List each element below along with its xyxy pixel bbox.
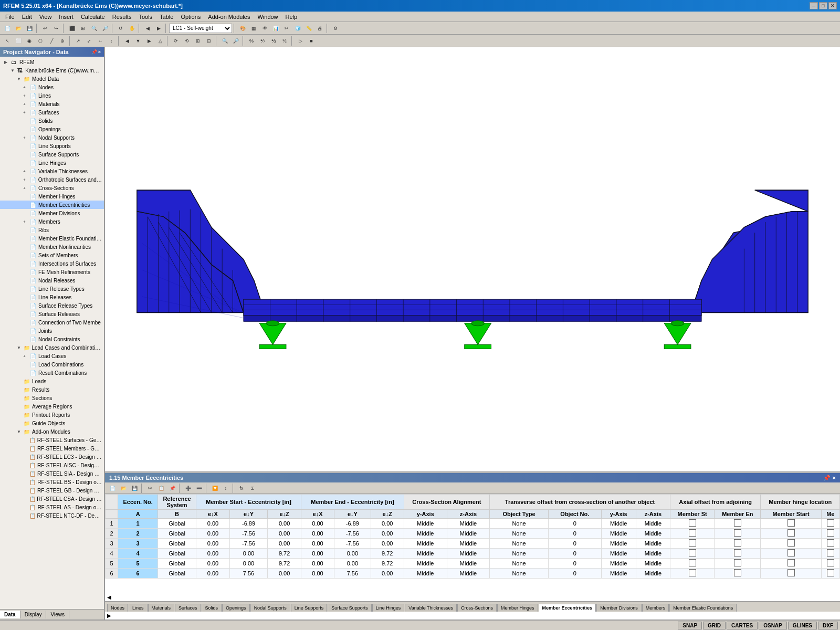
window-controls[interactable]: ─ □ ✕ — [810, 2, 837, 9]
tree-item[interactable]: 📄Ribs — [0, 226, 104, 234]
tb-pan[interactable]: ✋ — [127, 23, 137, 34]
tb2-24[interactable]: ½ — [279, 36, 290, 46]
tb2-3[interactable]: ◉ — [24, 36, 35, 46]
cell-e[interactable]: 0.00 — [267, 539, 301, 549]
tabs-scroll-left[interactable]: ◀ — [105, 593, 840, 601]
tree-item[interactable]: 📄Intersections of Surfaces — [0, 259, 104, 268]
status-cartes[interactable]: CARTES — [727, 622, 758, 629]
nav-pin[interactable]: 📌 — [91, 49, 97, 55]
tree-item[interactable]: 📄Line Releases — [0, 293, 104, 301]
checkbox-q[interactable] — [788, 529, 795, 537]
cell-r[interactable] — [821, 569, 839, 579]
status-dxf[interactable]: DXF — [818, 622, 838, 629]
tab-surface-supports[interactable]: Surface Supports — [328, 604, 372, 612]
table-row[interactable]: 3 3 Global 0.00 -7.56 0.00 0.00 -7.56 0.… — [106, 539, 840, 549]
th-b[interactable]: ReferenceSystem — [158, 495, 196, 510]
cell-l[interactable]: 0 — [549, 529, 602, 539]
cell-c[interactable]: 0.00 — [196, 539, 229, 549]
cell-o[interactable] — [670, 569, 714, 579]
cell-f[interactable]: 0.00 — [301, 549, 334, 559]
cell-l[interactable]: 0 — [549, 539, 602, 549]
th-m[interactable]: y-Axis — [601, 510, 636, 519]
tab-member-elastic-foundations[interactable]: Member Elastic Foundations — [669, 604, 737, 612]
cell-k[interactable]: None — [490, 539, 549, 549]
table-row[interactable]: 2 2 Global 0.00 -7.56 0.00 0.00 -7.56 0.… — [106, 529, 840, 539]
tab-nodes[interactable]: Nodes — [107, 604, 128, 612]
checkbox-p[interactable] — [734, 559, 741, 566]
nav-close[interactable]: × — [98, 49, 101, 55]
cell-p[interactable] — [715, 519, 761, 529]
cell-i[interactable]: Middle — [404, 529, 447, 539]
tree-item[interactable]: +📄Nodes — [0, 83, 104, 91]
cell-a[interactable]: 2 — [118, 529, 158, 539]
th-a2[interactable]: A — [118, 510, 158, 519]
tree-item[interactable]: ▼📁Add-on Modules — [0, 427, 104, 436]
nav-tab-data[interactable]: Data — [0, 611, 20, 618]
th-h[interactable]: e↓Z — [371, 510, 404, 519]
tree-item[interactable]: 📄Surface Release Types — [0, 301, 104, 310]
tree-item[interactable]: 📋RF-STEEL AISC - Design of s — [0, 461, 104, 469]
cell-p[interactable] — [715, 559, 761, 569]
checkbox-o[interactable] — [689, 559, 696, 566]
tree-item[interactable]: 📄Sets of Members — [0, 251, 104, 259]
status-osnap[interactable]: OSNAP — [759, 622, 787, 629]
cell-o[interactable] — [670, 519, 714, 529]
tree-item[interactable]: 📄Member Hinges — [0, 192, 104, 201]
tree-item[interactable]: +📄Materials — [0, 100, 104, 108]
tb-zoom-in[interactable]: 🔍 — [89, 23, 99, 34]
checkbox-q[interactable] — [788, 519, 795, 527]
cell-h[interactable]: 9.72 — [371, 559, 404, 569]
cell-e[interactable]: 9.72 — [267, 559, 301, 569]
cell-r[interactable] — [821, 529, 839, 539]
tree-item[interactable]: 📁Loads — [0, 377, 104, 385]
cell-m[interactable]: Middle — [601, 559, 636, 569]
cell-b[interactable]: Global — [158, 549, 196, 559]
th-b2[interactable]: B — [158, 510, 196, 519]
menu-help[interactable]: Help — [282, 13, 301, 21]
tb2-18[interactable]: ⊟ — [204, 36, 214, 46]
cell-g[interactable]: -7.56 — [334, 539, 371, 549]
tree-item[interactable]: 📄Load Combinations — [0, 360, 104, 369]
table-pin[interactable]: 📌 — [823, 475, 831, 481]
tt-copy[interactable]: 📋 — [156, 483, 166, 494]
tb2-14[interactable]: △ — [155, 36, 165, 46]
status-snap[interactable]: SNAP — [678, 622, 702, 629]
tab-member-hinges[interactable]: Member Hinges — [497, 604, 538, 612]
cell-j[interactable]: Middle — [447, 529, 489, 539]
menu-edit[interactable]: Edit — [19, 13, 35, 21]
tb2-20[interactable]: 🔎 — [230, 36, 241, 46]
th-p[interactable]: Member En — [715, 510, 761, 519]
cell-k[interactable]: None — [490, 559, 549, 569]
menu-file[interactable]: File — [2, 13, 18, 21]
cell-j[interactable]: Middle — [447, 569, 489, 579]
th-a[interactable]: Eccen. No. — [118, 495, 158, 510]
tb-settings[interactable]: ⚙ — [330, 23, 341, 34]
cell-a[interactable]: 6 — [118, 569, 158, 579]
cell-p[interactable] — [715, 549, 761, 559]
tree-item[interactable]: 📄Member Elastic Foundation — [0, 234, 104, 243]
cell-j[interactable]: Middle — [447, 519, 489, 529]
cell-f[interactable]: 0.00 — [301, 539, 334, 549]
tree-item[interactable]: +📄Variable Thicknesses — [0, 167, 104, 175]
checkbox-o[interactable] — [689, 539, 696, 547]
cell-n[interactable]: Middle — [636, 569, 670, 579]
tab-surfaces[interactable]: Surfaces — [175, 604, 201, 612]
cell-i[interactable]: Middle — [404, 539, 447, 549]
cell-f[interactable]: 0.00 — [301, 529, 334, 539]
tt-paste[interactable]: 📌 — [167, 483, 177, 494]
tree-item[interactable]: 📄Surface Releases — [0, 310, 104, 318]
tab-cross-sections[interactable]: Cross-Sections — [457, 604, 497, 612]
tb2-23[interactable]: ⅓ — [268, 36, 279, 46]
tb-prev[interactable]: ◀ — [142, 23, 153, 34]
th-f[interactable]: e↓X — [301, 510, 334, 519]
tree-item[interactable]: 📁Printout Reports — [0, 411, 104, 419]
tab-variable-thicknesses[interactable]: Variable Thicknesses — [405, 604, 457, 612]
cell-p[interactable] — [715, 529, 761, 539]
checkbox-q[interactable] — [788, 539, 795, 547]
tree-item[interactable]: 📁Average Regions — [0, 402, 104, 411]
menu-tools[interactable]: Tools — [135, 13, 155, 21]
tb2-21[interactable]: % — [246, 36, 257, 46]
tab-members[interactable]: Members — [642, 604, 669, 612]
checkbox-r[interactable] — [827, 519, 834, 527]
cell-c[interactable]: 0.00 — [196, 519, 229, 529]
